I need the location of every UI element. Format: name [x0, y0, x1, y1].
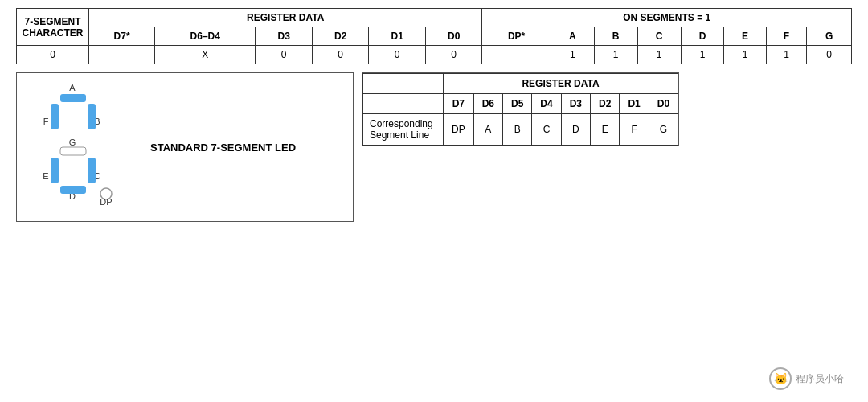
subheader-d2: D2 — [312, 27, 369, 46]
bottom-f-val: F — [620, 114, 649, 146]
subheader-d3: D3 — [256, 27, 313, 46]
diagram-title: STANDARD 7-SEGMENT LED — [150, 142, 296, 154]
dp-value — [482, 46, 551, 64]
table-row: 0 X 0 0 0 0 1 1 1 1 1 1 0 — [17, 46, 852, 64]
bottom-dp-val: DP — [444, 114, 474, 146]
segment-e — [51, 158, 59, 183]
d2-value: 0 — [312, 46, 369, 64]
segment-g — [60, 147, 86, 155]
char-header: 7-SEGMENTCHARACTER — [17, 9, 89, 46]
segment-a — [60, 94, 86, 102]
segment-d — [60, 186, 86, 194]
bottom-d-val: D — [561, 114, 590, 146]
bottom-b-val: B — [503, 114, 532, 146]
subheader-dp: DP* — [482, 27, 551, 46]
a-value: 1 — [551, 46, 594, 64]
segment-line-row: CorrespondingSegment Line DP A B C D E F… — [363, 114, 678, 146]
bottom-e-val: E — [591, 114, 620, 146]
svg-text:F: F — [43, 117, 49, 126]
segment-line-label: CorrespondingSegment Line — [363, 114, 444, 146]
svg-text:E: E — [43, 171, 48, 181]
subheader-c: C — [637, 27, 681, 46]
bottom-a-val: A — [473, 114, 502, 146]
bottom-d1: D1 — [620, 94, 649, 114]
f-value: 1 — [766, 46, 807, 64]
subheader-d7: D7* — [89, 27, 155, 46]
subheader-d-seg: D — [681, 27, 724, 46]
segment-svg: A F B G E C — [30, 83, 126, 211]
bottom-register-data-header: REGISTER DATA — [444, 74, 678, 94]
top-register-table: 7-SEGMENTCHARACTER REGISTER DATA ON SEGM… — [16, 8, 852, 64]
watermark: 🐱 程序员小哈 — [769, 367, 844, 390]
on-segments-header: ON SEGMENTS = 1 — [482, 9, 852, 27]
char-value: 0 — [17, 46, 89, 64]
bottom-d0: D0 — [649, 94, 678, 114]
bottom-empty-header — [363, 74, 444, 94]
subheader-g: G — [807, 27, 852, 46]
b-value: 1 — [594, 46, 637, 64]
watermark-icon: 🐱 — [769, 367, 792, 390]
e-value: 1 — [724, 46, 766, 64]
bottom-register-table-container: REGISTER DATA D7 D6 D5 D4 D3 D2 D1 D0 Co… — [362, 72, 679, 146]
c-value: 1 — [637, 46, 681, 64]
segment-display: A F B G E C — [30, 83, 126, 211]
d6d4-value: X — [155, 46, 256, 64]
subheader-d6d4: D6–D4 — [155, 27, 256, 46]
subheader-d1: D1 — [369, 27, 426, 46]
register-data-header: REGISTER DATA — [89, 9, 482, 27]
bottom-register-table: REGISTER DATA D7 D6 D5 D4 D3 D2 D1 D0 Co… — [362, 73, 678, 146]
bottom-d4: D4 — [532, 94, 561, 114]
bottom-row-label-header — [363, 94, 444, 114]
subheader-a: A — [551, 27, 594, 46]
d3-value: 0 — [256, 46, 313, 64]
bottom-g-val: G — [649, 114, 678, 146]
segment-b — [88, 104, 96, 129]
subheader-b: B — [594, 27, 637, 46]
d-value: 1 — [681, 46, 724, 64]
bottom-d5: D5 — [503, 94, 532, 114]
bottom-d3: D3 — [561, 94, 590, 114]
subheader-d0: D0 — [425, 27, 482, 46]
g-value: 0 — [807, 46, 852, 64]
svg-text:A: A — [69, 83, 76, 92]
bottom-d6: D6 — [473, 94, 502, 114]
svg-text:DP: DP — [100, 197, 112, 207]
segment-diagram-box: A F B G E C — [16, 72, 354, 222]
d1-value: 0 — [369, 46, 426, 64]
svg-text:G: G — [69, 137, 76, 147]
bottom-c-val: C — [532, 114, 561, 146]
segment-c — [88, 158, 96, 183]
subheader-f: F — [766, 27, 807, 46]
bottom-d2: D2 — [591, 94, 620, 114]
segment-f — [51, 104, 59, 129]
d7-value — [89, 46, 155, 64]
d0-value: 0 — [425, 46, 482, 64]
bottom-d7: D7 — [444, 94, 474, 114]
watermark-text: 程序员小哈 — [796, 372, 844, 386]
subheader-e: E — [724, 27, 766, 46]
